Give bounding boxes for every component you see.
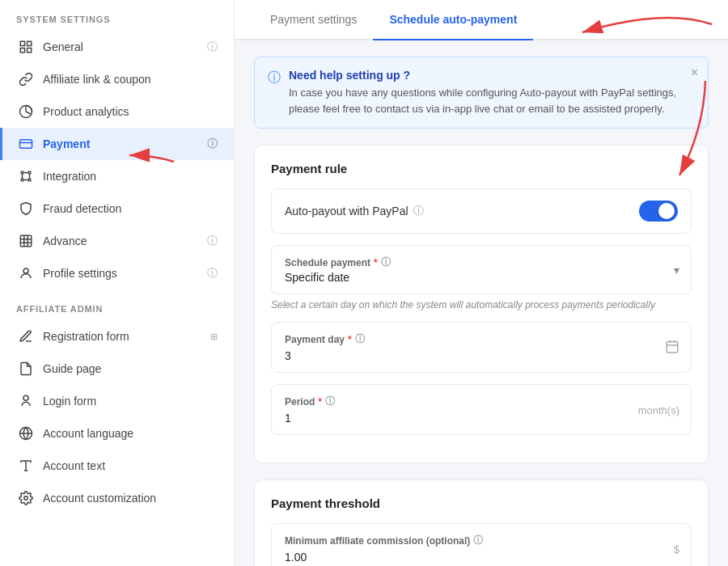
customize-icon	[19, 491, 33, 505]
sidebar-label-affiliate-link: Affiliate link & coupon	[43, 73, 218, 86]
info-circle-icon: ⓘ	[268, 70, 281, 116]
svg-point-25	[24, 496, 28, 501]
sidebar-item-account-text[interactable]: Account text	[0, 450, 234, 482]
sidebar-item-account-language[interactable]: Account language	[0, 417, 234, 450]
card-icon	[19, 137, 33, 151]
payment-day-label: Payment day * ⓘ	[285, 332, 678, 346]
close-info-button[interactable]: ×	[691, 65, 698, 80]
sidebar-label-fraud-detection: Fraud detection	[43, 202, 218, 215]
payment-threshold-title: Payment threshold	[271, 496, 692, 510]
period-info-icon: ⓘ	[325, 395, 335, 408]
sidebar-item-account-customization[interactable]: Account customization	[0, 482, 234, 514]
sidebar-item-login-form[interactable]: Login form	[0, 385, 234, 417]
payment-day-info-icon: ⓘ	[355, 332, 365, 346]
payment-rule-card: Payment rule Auto-payout with PayPal ⓘ S…	[254, 145, 709, 463]
sidebar: SYSTEM SETTINGS General ⓘ Affiliate link…	[0, 0, 235, 566]
auto-payout-label: Auto-payout with PayPal ⓘ	[285, 204, 424, 218]
grid-icon	[19, 40, 33, 54]
sidebar-section-affiliate: AFFILIATE ADMIN	[0, 289, 234, 320]
schedule-info-icon: ⓘ	[381, 256, 391, 269]
svg-rect-5	[20, 140, 32, 149]
schedule-payment-label: Schedule payment * ⓘ	[285, 256, 678, 269]
schedule-payment-dropdown[interactable]: Schedule payment * ⓘ Specific date ▾	[271, 245, 692, 294]
sidebar-label-account-customization: Account customization	[43, 492, 218, 505]
info-icon-advance: ⓘ	[207, 234, 218, 248]
tab-payment-settings[interactable]: Payment settings	[254, 0, 373, 40]
sidebar-label-login-form: Login form	[43, 395, 218, 408]
sidebar-item-guide-page[interactable]: Guide page	[0, 353, 234, 385]
info-box: ⓘ Need help setting up ? In case you hav…	[254, 57, 709, 129]
sidebar-label-product-analytics: Product analytics	[43, 105, 218, 118]
info-box-text: In case you have any questions while con…	[289, 85, 695, 116]
auto-payout-info-icon: ⓘ	[413, 204, 424, 218]
text-icon	[19, 458, 33, 473]
sidebar-item-payment[interactable]: Payment ⓘ	[0, 128, 234, 160]
payment-day-required-mark: *	[348, 334, 352, 345]
period-required-mark: *	[318, 396, 322, 408]
sidebar-label-guide-page: Guide page	[43, 362, 218, 375]
min-commission-value: 1.00	[285, 551, 678, 564]
sidebar-item-affiliate-link[interactable]: Affiliate link & coupon	[0, 63, 234, 95]
sidebar-item-advance[interactable]: Advance ⓘ	[0, 225, 234, 257]
sidebar-label-profile-settings: Profile settings	[43, 267, 197, 280]
content-area: ⓘ Need help setting up ? In case you hav…	[235, 40, 728, 566]
svg-rect-1	[28, 41, 32, 45]
period-value: 1	[285, 412, 678, 424]
info-box-content: Need help setting up ? In case you have …	[289, 69, 695, 116]
sidebar-label-advance: Advance	[43, 234, 197, 247]
tabs-bar: Payment settings Schedule auto-payment	[235, 0, 728, 40]
advance-icon	[19, 234, 33, 248]
link-icon	[19, 72, 33, 87]
sidebar-label-payment: Payment	[43, 137, 197, 150]
min-commission-suffix: $	[674, 543, 679, 555]
login-icon	[19, 394, 33, 408]
svg-point-8	[28, 171, 31, 174]
sidebar-label-general: General	[43, 40, 197, 53]
shield-icon	[19, 201, 33, 216]
info-box-title: Need help setting up ?	[289, 69, 695, 82]
period-field: Period * ⓘ 1 month(s)	[271, 384, 692, 435]
period-suffix: month(s)	[638, 403, 679, 416]
schedule-helper-text: Select a certain day on which the system…	[271, 299, 692, 310]
min-commission-field: Minimum affiliate commission (optional) …	[271, 523, 692, 566]
svg-point-21	[23, 395, 28, 400]
payment-threshold-card: Payment threshold Minimum affiliate comm…	[254, 479, 709, 566]
chevron-down-icon: ▾	[674, 264, 679, 277]
svg-point-7	[21, 171, 23, 174]
svg-rect-0	[20, 41, 24, 45]
svg-rect-26	[667, 341, 678, 353]
sidebar-item-general[interactable]: General ⓘ	[0, 31, 234, 63]
info-icon-general: ⓘ	[207, 40, 218, 54]
sidebar-label-integration: Integration	[43, 170, 218, 183]
svg-point-20	[23, 268, 28, 273]
svg-rect-3	[28, 49, 32, 53]
info-icon-payment: ⓘ	[207, 137, 218, 151]
payment-day-field: Payment day * ⓘ 3	[271, 322, 692, 373]
schedule-required-mark: *	[374, 257, 378, 268]
sidebar-item-integration[interactable]: Integration	[0, 160, 234, 192]
tab-schedule-auto-payment[interactable]: Schedule auto-payment	[373, 0, 533, 40]
payment-day-value: 3	[285, 349, 678, 362]
guide-icon	[19, 361, 33, 376]
min-commission-info-icon: ⓘ	[473, 534, 483, 547]
sidebar-label-account-text: Account text	[43, 459, 218, 472]
sidebar-section-system: SYSTEM SETTINGS	[0, 0, 234, 31]
svg-rect-2	[20, 49, 24, 53]
sidebar-item-profile-settings[interactable]: Profile settings ⓘ	[0, 257, 234, 289]
sidebar-item-registration-form[interactable]: Registration form ⊞	[0, 320, 234, 353]
expand-icon-registration: ⊞	[210, 332, 218, 342]
sidebar-item-product-analytics[interactable]: Product analytics	[0, 95, 234, 128]
reg-icon	[19, 329, 33, 344]
svg-rect-15	[20, 235, 32, 247]
payment-rule-title: Payment rule	[271, 162, 692, 175]
integration-icon	[19, 169, 33, 184]
language-icon	[19, 426, 33, 441]
auto-payout-toggle[interactable]	[639, 201, 678, 222]
chart-icon	[19, 104, 33, 119]
main-content: Payment settings Schedule auto-payment ⓘ…	[235, 0, 728, 566]
info-icon-profile: ⓘ	[207, 266, 218, 281]
sidebar-label-account-language: Account language	[43, 427, 218, 440]
sidebar-label-registration-form: Registration form	[43, 330, 201, 343]
sidebar-item-fraud-detection[interactable]: Fraud detection	[0, 192, 234, 225]
user-circle-icon	[19, 266, 33, 281]
